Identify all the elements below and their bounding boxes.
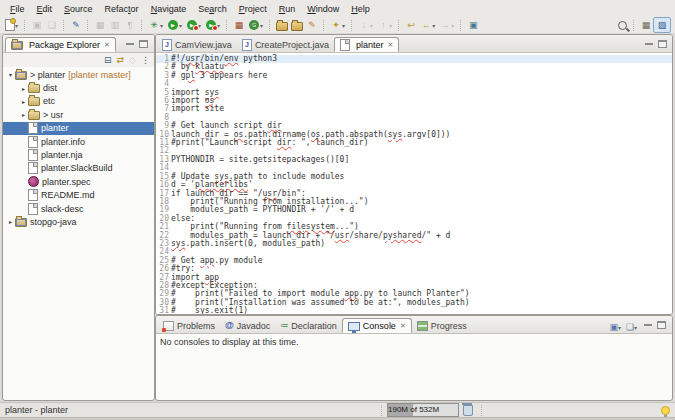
tab-label: CreateProject.java	[255, 40, 329, 50]
menu-source[interactable]: Source	[58, 2, 99, 16]
view-menu-icon[interactable]: ⋮	[141, 55, 150, 65]
tab-createproject-java[interactable]: JCreateProject.java	[237, 37, 334, 52]
tip-lightbulb-icon[interactable]	[661, 406, 670, 415]
save-all-icon[interactable]: ❏	[45, 19, 59, 31]
tab-label: Problems	[177, 321, 215, 331]
tab-planter[interactable]: planter✕	[334, 37, 399, 52]
display-console-icon[interactable]: ▣▾	[609, 322, 622, 333]
declaration-icon: ≔	[280, 321, 288, 330]
code-line: 31# sys.exit(1)	[156, 307, 672, 315]
project-icon	[15, 71, 27, 80]
menu-search[interactable]: Search	[192, 2, 233, 16]
build-project-icon[interactable]: ▥	[108, 19, 122, 31]
tree-item-dist[interactable]: ▸dist	[3, 81, 154, 94]
chevron-down-icon[interactable]: ▾	[6, 71, 15, 78]
back-icon[interactable]: ←▾	[419, 19, 437, 31]
previous-annotation-icon[interactable]: ↑▾	[376, 19, 394, 31]
tree-item-planter-info[interactable]: planter.info	[3, 135, 154, 148]
memory-gauge[interactable]: 190M of 532M	[387, 403, 459, 417]
tree-item--planter[interactable]: ▾> planter[planter master]	[3, 68, 154, 81]
tree-item-planter-spec[interactable]: planter.spec	[3, 175, 154, 188]
minimize-icon[interactable]	[644, 324, 652, 326]
tree-item-planter[interactable]: planter	[3, 122, 154, 135]
console-icon	[348, 322, 360, 331]
debug-icon[interactable]: ✳▾	[147, 19, 165, 31]
key-icon[interactable]: ✦▾	[329, 19, 347, 31]
menu-run[interactable]: Run	[273, 2, 302, 16]
menu-help[interactable]: Help	[345, 2, 376, 16]
maximize-icon[interactable]	[657, 321, 666, 329]
tree-item-label: etc	[43, 96, 55, 106]
chevron-right-icon[interactable]: ▸	[19, 111, 28, 118]
show-whitespace-icon[interactable]: ¶	[123, 19, 137, 31]
new-java-project-icon[interactable]: ▦	[232, 19, 246, 31]
tree-item-readme-md[interactable]: README.md	[3, 189, 154, 202]
menu-navigate[interactable]: Navigate	[145, 2, 193, 16]
dropdown-arrow-icon: ▾	[260, 22, 263, 29]
menu-project[interactable]: Project	[233, 2, 273, 16]
code-line: 13PYTHONDIR = site.getsitepackages()[0]	[156, 156, 672, 164]
next-annotation-icon[interactable]: ↓▾	[357, 19, 375, 31]
edit-brush-icon[interactable]: ✎	[305, 19, 319, 31]
open-console-icon[interactable]: ❏▾	[626, 322, 638, 333]
tab-problems[interactable]: Problems	[158, 318, 220, 333]
tab-console[interactable]: Console✕	[342, 318, 412, 333]
code-line: 5import sys	[156, 89, 672, 97]
search-icon[interactable]	[616, 20, 629, 31]
last-edit-location-icon[interactable]: ↩	[404, 19, 418, 31]
new-wizard-icon[interactable]: ▾	[4, 19, 20, 31]
package-explorer-toolbar: ⊟⇄◇⋮	[3, 53, 154, 67]
tree-item-stopgo-java[interactable]: ▸stopgo-java	[3, 215, 154, 228]
close-icon[interactable]: ✕	[400, 322, 406, 330]
java-perspective-button[interactable]: ▨	[653, 17, 671, 33]
pin-editor-icon[interactable]: ▣	[466, 19, 480, 31]
folder-open-icon[interactable]	[275, 20, 289, 31]
tree-item--usr[interactable]: ▸> usr	[3, 108, 154, 121]
tab-package-explorer[interactable]: Package Explorer ✕	[5, 37, 116, 52]
build-all-icon[interactable]: ▦	[93, 19, 107, 31]
tab-label: Package Explorer	[29, 40, 100, 50]
garbage-collect-icon[interactable]	[463, 405, 473, 416]
tree-item-label: planter.spec	[42, 177, 91, 187]
minimize-icon[interactable]	[645, 43, 653, 45]
tree-item-planter-slackbuild[interactable]: planter.SlackBuild	[3, 162, 154, 175]
tab-camview-java[interactable]: JCamView.java	[157, 37, 237, 52]
chevron-right-icon[interactable]: ▸	[19, 85, 28, 92]
focus-task-icon[interactable]: ◇	[129, 55, 136, 65]
chevron-right-icon[interactable]: ▸	[19, 98, 28, 105]
tree-item-etc[interactable]: ▸etc	[3, 95, 154, 108]
close-icon[interactable]: ✕	[387, 41, 393, 49]
run-icon[interactable]: ▶▾	[166, 19, 184, 31]
run-configurations-icon[interactable]: ▶▾	[185, 19, 203, 31]
close-icon[interactable]: ✕	[104, 41, 110, 49]
tree-item-label: README.md	[41, 190, 95, 200]
print-icon[interactable]: ✎	[69, 19, 83, 31]
minimize-icon[interactable]	[126, 43, 134, 45]
tree-item-slack-desc[interactable]: slack-desc	[3, 202, 154, 215]
open-perspective-icon[interactable]: ▦	[639, 19, 653, 31]
maximize-icon[interactable]	[658, 40, 667, 48]
menu-file[interactable]: File	[4, 2, 31, 16]
code-line: 26#try:	[156, 265, 672, 273]
save-icon[interactable]: ▣	[30, 19, 44, 31]
forward-icon[interactable]: →▾	[438, 19, 456, 31]
tree-item-label: planter.nja	[41, 150, 83, 160]
textfile-icon	[340, 39, 350, 51]
link-with-editor-icon[interactable]: ⇄	[117, 55, 125, 65]
folder-icon[interactable]	[290, 20, 304, 31]
chevron-right-icon[interactable]: ▸	[6, 218, 15, 225]
code-editor[interactable]: 1#!/usr/bin/env python32# by klaatu3# gp…	[156, 53, 672, 315]
open-type-icon[interactable]: G▾	[247, 19, 265, 31]
external-tools-icon[interactable]: ▶▾	[204, 19, 222, 31]
tab-javadoc[interactable]: @Javadoc	[220, 318, 275, 333]
menu-window[interactable]: Window	[301, 2, 345, 16]
status-text: planter - planter	[5, 405, 377, 415]
tree-item-planter-nja[interactable]: planter.nja	[3, 148, 154, 161]
tab-progress[interactable]: Progress	[412, 318, 472, 333]
menu-refactor[interactable]: Refactor	[99, 2, 145, 16]
tab-label: planter	[356, 40, 384, 50]
collapse-all-icon[interactable]: ⊟	[104, 55, 112, 65]
maximize-icon[interactable]	[139, 40, 148, 48]
tab-declaration[interactable]: ≔Declaration	[275, 318, 342, 333]
menu-edit[interactable]: Edit	[31, 2, 59, 16]
